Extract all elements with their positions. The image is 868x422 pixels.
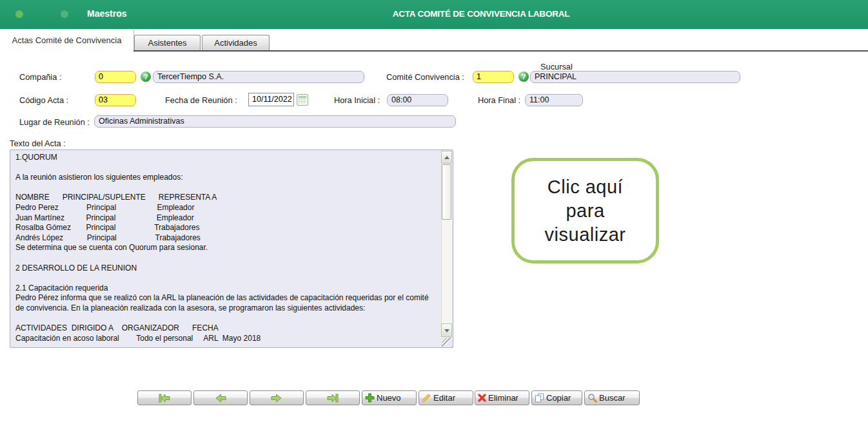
editar-button[interactable]: Editar xyxy=(419,390,473,405)
nav-next-button[interactable] xyxy=(250,390,304,405)
hora-inicial-label: Hora Inicial : xyxy=(334,95,380,105)
page-title: ACTA COMITÉ DE CONVIVENCIA LABORAL xyxy=(0,9,868,19)
down-triangle-icon xyxy=(444,329,449,332)
resize-grip-icon[interactable] xyxy=(442,338,452,347)
tab-label: Asistentes xyxy=(148,38,187,48)
lugar-reunion-field: Oficinas Administrativas xyxy=(94,115,456,128)
scrollbar-thumb[interactable] xyxy=(442,164,451,220)
header-bar: Maestros ACTA COMITÉ DE CONVIVENCIA LABO… xyxy=(0,0,868,29)
tab-actividades[interactable]: Actividades xyxy=(202,35,270,50)
lugar-reunion-label: Lugar de Reunión : xyxy=(19,117,90,127)
comite-code-input[interactable]: 1 xyxy=(473,71,514,83)
buscar-button[interactable]: Buscar xyxy=(584,390,640,405)
codigo-acta-input[interactable]: 03 xyxy=(95,94,136,106)
button-label: Nuevo xyxy=(377,393,401,403)
red-x-icon xyxy=(478,394,486,402)
texto-acta-label: Texto del Acta : xyxy=(10,139,66,148)
scroll-down-icon[interactable] xyxy=(441,323,452,337)
texto-acta-content: 1.QUORUM A la reunión asistieron los sig… xyxy=(15,153,437,345)
fecha-reunion-input[interactable]: 10/11/2022 xyxy=(248,93,294,106)
comite-label: Comité Convivencia : xyxy=(386,72,464,82)
texto-acta-textarea[interactable]: 1.QUORUM A la reunión asistieron los sig… xyxy=(10,149,453,348)
calendar-icon[interactable] xyxy=(297,94,308,106)
button-label: Eliminar xyxy=(488,393,518,403)
click-to-view-callout[interactable]: Clic aquí para visualizar xyxy=(511,158,659,264)
button-label: Editar xyxy=(433,393,455,403)
up-triangle-icon xyxy=(444,156,449,159)
pencil-icon xyxy=(422,393,431,403)
skip-first-icon xyxy=(158,394,171,403)
right-arrow-icon xyxy=(271,394,282,403)
lookup-help-icon[interactable]: ? xyxy=(141,72,151,82)
skip-last-icon xyxy=(326,394,339,403)
compania-name-field: TercerTiempo S.A. xyxy=(153,71,364,83)
button-label: Buscar xyxy=(599,393,625,403)
plus-icon xyxy=(365,393,375,403)
copiar-button[interactable]: Copiar xyxy=(531,390,582,405)
copy-pages-icon xyxy=(535,393,544,403)
sucursal-label: Sucursal xyxy=(540,62,573,72)
nav-first-button[interactable] xyxy=(137,390,192,405)
codigo-acta-label: Código Acta : xyxy=(19,95,68,105)
nuevo-button[interactable]: Nuevo xyxy=(362,390,417,405)
left-arrow-icon xyxy=(215,394,226,403)
sucursal-field: PRINCIPAL xyxy=(530,71,740,83)
hora-final-label: Hora Final : xyxy=(478,95,520,105)
hora-inicial-field: 08:00 xyxy=(387,94,448,106)
magnifier-icon xyxy=(587,393,597,403)
fecha-reunion-label: Fecha de Reunión : xyxy=(165,95,237,105)
hora-final-field: 11:00 xyxy=(525,94,583,106)
tab-actas-comite[interactable]: Actas Comité de Convivencia xyxy=(0,29,134,52)
tab-divider xyxy=(133,50,868,52)
compania-code-input[interactable]: 0 xyxy=(95,71,136,83)
tab-label: Actividades xyxy=(214,38,257,48)
nav-last-button[interactable] xyxy=(306,390,360,405)
tab-asistentes[interactable]: Asistentes xyxy=(134,35,201,50)
compania-label: Compañia : xyxy=(19,72,61,82)
lookup-help-icon[interactable]: ? xyxy=(518,72,529,82)
button-label: Copiar xyxy=(546,393,571,403)
scroll-up-icon[interactable] xyxy=(441,151,452,164)
eliminar-button[interactable]: Eliminar xyxy=(475,390,529,405)
tab-bar: Actas Comité de Convivencia Asistentes A… xyxy=(0,29,868,52)
app-window: Maestros ACTA COMITÉ DE CONVIVENCIA LABO… xyxy=(0,0,868,422)
tab-label: Actas Comité de Convivencia xyxy=(12,35,122,45)
calendar-grid-icon xyxy=(299,96,306,104)
nav-previous-button[interactable] xyxy=(193,390,248,405)
